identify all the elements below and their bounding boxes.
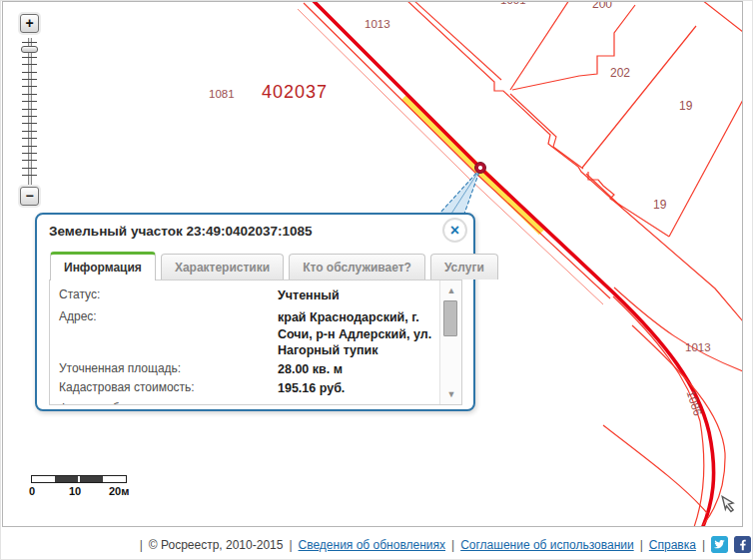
field-row-address: Адрес: край Краснодарский, г. Сочи, р-н … — [50, 309, 438, 359]
scrollbar-thumb[interactable] — [443, 300, 457, 336]
scale-bar: 0 10 20м — [31, 475, 127, 499]
tab-information[interactable]: Информация — [50, 252, 156, 280]
footer-separator: | — [451, 538, 454, 552]
popup-scrollbar[interactable]: ▲ ▼ — [439, 280, 461, 404]
parcel-label-1081: 1081 — [209, 88, 235, 100]
scale-tick-20m: 20м — [109, 485, 129, 497]
mouse-cursor-icon — [721, 492, 743, 514]
close-icon[interactable]: × — [442, 218, 467, 243]
zoom-slider-ticks — [22, 42, 37, 183]
tab-services[interactable]: Услуги — [430, 254, 498, 280]
scale-tick-10: 10 — [69, 485, 81, 497]
field-value: Нет данных — [278, 401, 438, 405]
parcel-label-1013-top: 1013 — [365, 18, 390, 30]
footer-separator: | — [140, 538, 143, 552]
footer-separator: | — [640, 538, 643, 552]
scroll-down-icon[interactable]: ▼ — [440, 389, 462, 399]
link-updates-info[interactable]: Сведения об обновлениях — [299, 538, 446, 552]
field-value: 28.00 кв. м — [278, 361, 438, 378]
parcel-label-19a: 19 — [679, 99, 692, 113]
field-label: Уточненная площадь: — [50, 361, 278, 378]
selected-parcel-highlight — [404, 97, 542, 232]
field-label: Статус: — [50, 287, 278, 304]
field-value: 195.16 руб. — [278, 380, 438, 397]
copyright-text: © Росреестр, 2010-2015 — [149, 538, 284, 552]
parcel-label-19b: 19 — [653, 198, 666, 212]
field-value: Учтенный — [278, 287, 438, 304]
zoom-in-button[interactable]: + — [20, 14, 39, 33]
parcel-info-popup: Земельный участок 23:49:0402037:1085 × И… — [35, 213, 475, 411]
scale-tick-0: 0 — [29, 485, 35, 497]
field-label: Адрес: — [50, 309, 278, 359]
zoom-slider-handle[interactable] — [21, 46, 38, 53]
popup-tabs: Информация Характеристики Кто обслуживае… — [50, 252, 498, 280]
zoom-control: + − — [19, 14, 41, 206]
popup-title: Земельный участок 23:49:0402037:1085 — [49, 224, 313, 239]
quarter-label-402037: 402037 — [262, 82, 328, 103]
zoom-out-button[interactable]: − — [20, 187, 39, 206]
field-label: Форма собственности: — [50, 401, 278, 405]
field-row-area: Уточненная площадь: 28.00 кв. м — [50, 361, 438, 378]
scale-bar-segments — [31, 475, 127, 483]
parcel-label-202: 202 — [610, 66, 630, 80]
cadastral-map[interactable]: 1013 1001 200 202 19 19 1013 1086 1081 4… — [2, 1, 743, 527]
parcel-label-1001-cut: 1001 — [500, 1, 526, 6]
footer: | © Росреестр, 2010-2015 | Сведения об о… — [1, 528, 753, 560]
tab-who-serves[interactable]: Кто обслуживает? — [289, 254, 425, 280]
twitter-icon[interactable] — [711, 536, 728, 553]
callout-pointer — [439, 169, 480, 214]
popup-content: Статус: Учтенный Адрес: край Краснодарск… — [49, 280, 462, 405]
field-label: Кадастровая стоимость: — [50, 380, 278, 397]
selected-parcel-marker[interactable] — [474, 162, 486, 174]
facebook-icon[interactable] — [734, 536, 751, 553]
page: 1013 1001 200 202 19 19 1013 1086 1081 4… — [0, 0, 753, 560]
field-row-cadastral-value: Кадастровая стоимость: 195.16 руб. — [50, 380, 438, 397]
parcel-label-200-cut: 200 — [592, 1, 612, 11]
footer-separator: | — [702, 538, 705, 552]
footer-separator: | — [289, 538, 292, 552]
field-row-status: Статус: Учтенный — [50, 287, 438, 304]
field-value: край Краснодарский, г. Сочи, р-н Адлерск… — [278, 309, 438, 359]
field-row-ownership: Форма собственности: Нет данных — [50, 401, 438, 405]
parcel-label-1013-bottom: 1013 — [685, 341, 711, 353]
scroll-up-icon[interactable]: ▲ — [440, 285, 462, 295]
tab-characteristics[interactable]: Характеристики — [161, 254, 284, 280]
link-terms-of-use[interactable]: Соглашение об использовании — [460, 538, 634, 552]
link-help[interactable]: Справка — [649, 538, 696, 552]
